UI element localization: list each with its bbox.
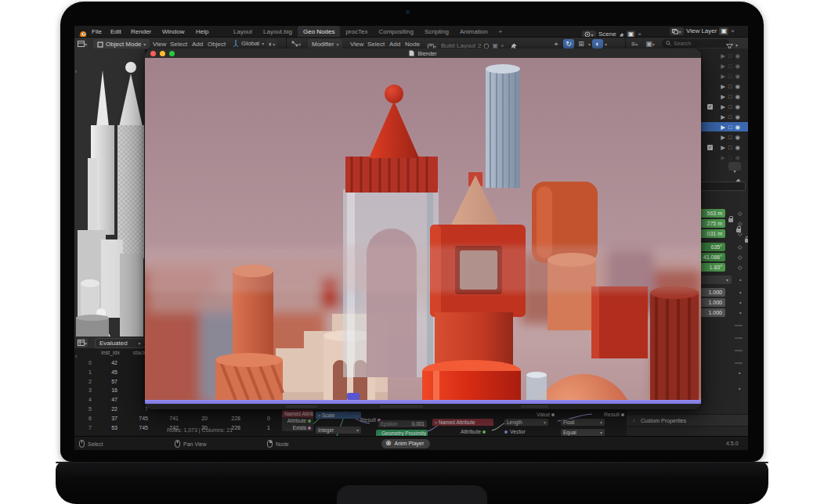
node-menu-node[interactable]: Node [405, 41, 420, 48]
result-output-2[interactable]: Result [604, 412, 624, 417]
keyframe-icon[interactable]: ◇ [738, 244, 742, 250]
window-titlebar[interactable]: Blender [145, 49, 701, 58]
playhead-marker[interactable]: 90 [347, 393, 360, 400]
hide-viewport-icon[interactable]: □ [728, 52, 732, 59]
keyframe-icon[interactable]: ◇ [738, 265, 742, 271]
hide-render-icon[interactable]: ◉ [735, 124, 740, 131]
outliner-display-mode-icon[interactable]: ≡▾ [629, 39, 640, 49]
keyframe-icon[interactable]: ◇ [738, 231, 742, 237]
editor-type-icon[interactable]: ▾ [77, 39, 88, 49]
outliner-search-input[interactable]: Search [662, 39, 729, 48]
checkbox[interactable]: ✓ [707, 145, 713, 150]
tab-scripting[interactable]: Scripting [419, 26, 454, 37]
hide-viewport-icon[interactable]: □ [728, 103, 732, 110]
viewport-menu-object[interactable]: Object [208, 41, 226, 48]
node-named-attribute-1[interactable]: Named Attribute Attribute Exists [282, 410, 313, 431]
panel-expand-icon[interactable]: › [75, 354, 77, 359]
geonodes-editor-icon[interactable]: ▾ [291, 39, 302, 49]
animate-dot-icon[interactable]: • [739, 290, 741, 295]
hide-render-icon[interactable]: ◉ [735, 93, 740, 100]
circled-x-icon[interactable]: ⊗ [385, 440, 392, 447]
menu-render[interactable]: Render [131, 29, 151, 35]
hide-render-icon[interactable]: ◉ [735, 52, 740, 59]
node-scale[interactable]: ▾Scale⋯ [316, 412, 361, 419]
lock-icon[interactable] [728, 218, 733, 222]
animate-dot-icon[interactable]: • [739, 310, 741, 315]
orientation-dropdown[interactable]: Global ▾ [233, 40, 264, 47]
lock-icon[interactable] [745, 239, 748, 243]
node-menu-add[interactable]: Add [389, 41, 400, 48]
toolbar-expand-icon[interactable]: › [75, 69, 77, 74]
hide-render-icon[interactable]: ◉ [735, 144, 740, 151]
integer-dropdown[interactable]: Integer ▾ [316, 427, 361, 434]
close-window-button[interactable] [150, 51, 156, 56]
snap-icon[interactable]: ↻ [563, 39, 574, 49]
tab-compositing[interactable]: Compositing [373, 26, 418, 37]
viewport-menu-select[interactable]: Select [170, 41, 187, 48]
select-cursor-icon[interactable]: ▶ [721, 134, 725, 141]
anim-player-button[interactable]: ⊗ Anim Player [381, 439, 430, 448]
hide-render-icon[interactable]: ◉ [735, 134, 740, 141]
viewport-3d[interactable]: › [74, 49, 145, 337]
hide-viewport-icon[interactable]: □ [728, 73, 732, 80]
node-menu-view[interactable]: View [350, 41, 363, 48]
select-cursor-icon[interactable]: ▶ [721, 93, 725, 100]
length-dropdown[interactable]: Length▾ [504, 419, 548, 426]
menu-file[interactable]: File [92, 29, 102, 35]
select-cursor-icon[interactable]: ▶ [721, 83, 725, 90]
checkbox[interactable]: ✓ [707, 104, 713, 110]
select-cursor-icon[interactable]: ▶ [721, 103, 725, 110]
overlays-icon[interactable]: ◐ [592, 39, 603, 49]
hide-viewport-icon[interactable]: □ [728, 124, 732, 131]
column-header-inst-idx[interactable]: inst_idx [101, 350, 120, 355]
hide-viewport-icon[interactable]: □ [728, 144, 732, 151]
snap-target-icon[interactable]: ◐▾ [266, 39, 277, 49]
vector-input[interactable]: Vector [504, 429, 526, 434]
dataset-dropdown[interactable]: Evaluated ▾ [95, 338, 146, 348]
tab-geo-nodes[interactable]: Geo Nodes [298, 26, 340, 37]
chevron-down-icon[interactable]: ▾ [735, 42, 738, 48]
view-layer-copy-icon[interactable]: ▣ [719, 27, 728, 35]
auto-key-icon[interactable]: ⌖ [551, 39, 562, 49]
tab-layout[interactable]: Layout [228, 26, 258, 37]
hide-viewport-icon[interactable]: □ [728, 134, 732, 141]
keyframe-icon[interactable]: ◇ [738, 254, 742, 261]
hide-render-icon[interactable]: ◉ [735, 113, 740, 121]
hide-viewport-icon[interactable]: □ [728, 83, 732, 90]
animate-dot-icon[interactable]: • [739, 386, 740, 391]
result-output-1[interactable]: Result [360, 417, 381, 423]
render-window[interactable]: Blender [145, 49, 701, 409]
node-geometry-proximity[interactable]: ›Geometry Proximity [376, 430, 428, 436]
outliner-filter-mode-icon[interactable]: ▣▾ [645, 39, 656, 49]
keyframe-icon[interactable]: ◇ [738, 221, 742, 227]
menu-edit[interactable]: Edit [110, 29, 121, 35]
select-cursor-icon[interactable]: ▶ [721, 113, 725, 121]
select-cursor-icon[interactable]: ▶ [721, 63, 725, 70]
hide-viewport-icon[interactable]: □ [728, 113, 732, 121]
viewport-menu-view[interactable]: View [153, 41, 166, 48]
spreadsheet-editor-icon[interactable]: ▾ [77, 338, 88, 347]
menu-window[interactable]: Window [162, 29, 184, 35]
hide-render-icon[interactable]: ◉ [735, 73, 740, 80]
view-layer-name[interactable]: View Layer [686, 28, 717, 34]
tab-add-workspace[interactable]: + [493, 26, 508, 37]
animate-dot-icon[interactable]: • [739, 277, 741, 283]
hide-viewport-icon[interactable]: □ [728, 93, 732, 100]
minimize-window-button[interactable] [160, 51, 165, 56]
proportional-edit-icon[interactable]: ⊞ [576, 39, 587, 49]
viewport-menu-add[interactable]: Add [192, 41, 203, 48]
select-cursor-icon[interactable]: ▶ [721, 144, 725, 151]
custom-properties-panel[interactable]: › Custom Properties [627, 414, 748, 427]
attribute-output[interactable]: Attribute [461, 429, 486, 434]
keyframe-icon[interactable]: ◇ [738, 211, 742, 217]
hide-viewport-icon[interactable]: □ [728, 63, 732, 70]
select-cursor-icon[interactable]: ▶ [721, 73, 725, 80]
value-output[interactable]: Value [537, 412, 555, 417]
menu-help[interactable]: Help [196, 29, 208, 35]
select-cursor-icon[interactable]: ▶ [721, 52, 725, 59]
animate-dot-icon[interactable]: • [739, 370, 740, 376]
view-layer-remove-icon[interactable]: × [731, 28, 735, 34]
zoom-window-button[interactable] [169, 51, 175, 56]
epsilon-field[interactable]: Epsilon 0.001 [378, 420, 427, 427]
float-dropdown[interactable]: Float▾ [561, 419, 605, 426]
